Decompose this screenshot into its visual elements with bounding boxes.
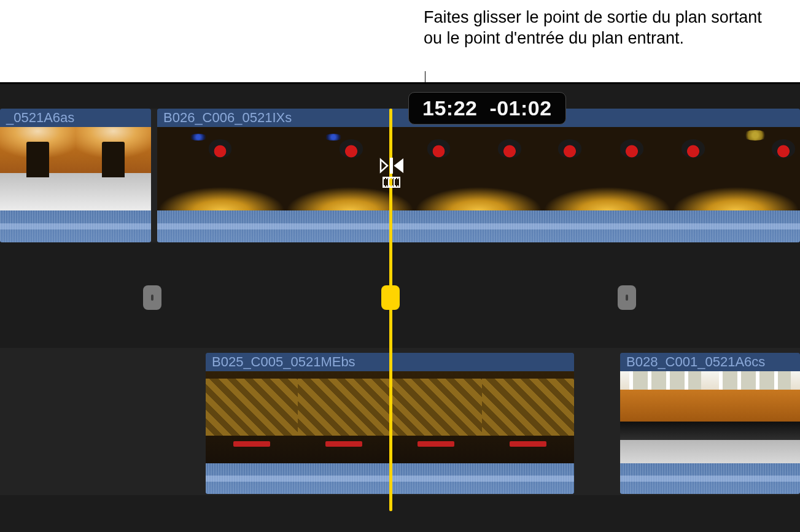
timecode-offset: -01:02 bbox=[489, 96, 551, 120]
clip-audio-waveform[interactable] bbox=[0, 210, 151, 242]
timecode-duration: 15:22 bbox=[422, 96, 477, 120]
clip-audio-waveform[interactable] bbox=[157, 210, 800, 242]
clip-thumbnails bbox=[0, 127, 151, 210]
clip-bottom-right[interactable]: B028_C001_0521A6cs bbox=[620, 353, 800, 494]
timeline-panel[interactable]: _0521A6as B026_C006_0521IXs bbox=[0, 82, 800, 532]
clip-thumbnails bbox=[620, 371, 800, 463]
clip-label: _0521A6as bbox=[0, 109, 151, 127]
annotation-callout: Faites glisser le point de sortie du pla… bbox=[424, 7, 780, 49]
edit-point-marker[interactable] bbox=[143, 285, 161, 310]
clip-audio-waveform[interactable] bbox=[620, 463, 800, 494]
timecode-overlay: 15:22 -01:02 bbox=[408, 92, 566, 125]
clip-label: B028_C001_0521A6cs bbox=[620, 353, 800, 371]
edit-point-marker[interactable] bbox=[618, 285, 636, 310]
clip-top-left[interactable]: _0521A6as bbox=[0, 109, 151, 242]
playhead[interactable] bbox=[389, 109, 392, 511]
clip-top-right[interactable]: B026_C006_0521IXs bbox=[157, 109, 800, 242]
annotation-text: Faites glisser le point de sortie du pla… bbox=[424, 8, 762, 47]
clip-thumbnails bbox=[157, 127, 800, 210]
